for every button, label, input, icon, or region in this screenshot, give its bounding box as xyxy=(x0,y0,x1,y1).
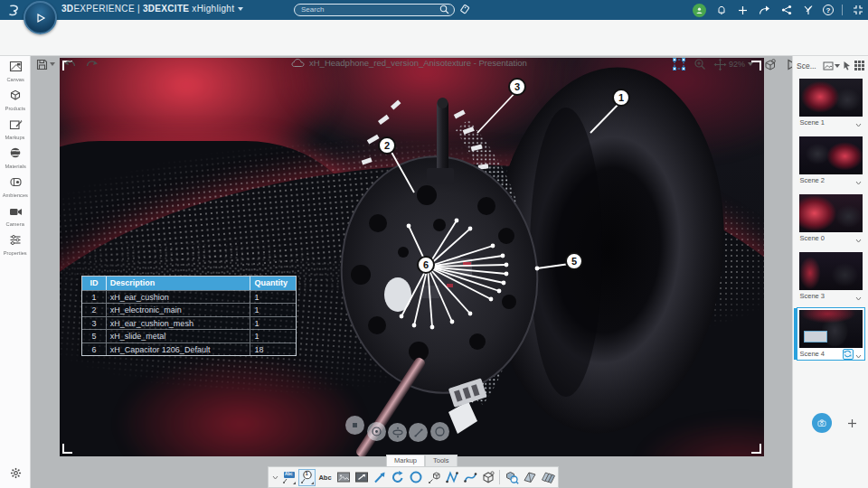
bom-cell: 1 xyxy=(82,291,107,303)
callout-balloon-1[interactable]: 1 xyxy=(612,89,630,107)
scene-card[interactable]: Scene 0 xyxy=(797,192,865,245)
sidebar-item-canvas[interactable]: Canvas xyxy=(0,56,31,85)
tool-image[interactable] xyxy=(335,469,352,486)
app-name[interactable]: xHighlight xyxy=(192,4,234,14)
bom-cell: 3 xyxy=(82,317,107,329)
sidebar-item-materials[interactable]: Materials xyxy=(0,143,31,172)
sidebar-item-products[interactable]: Products xyxy=(0,85,31,114)
scene-card[interactable]: Scene 3 xyxy=(797,249,865,303)
scene-card[interactable]: Scene 4 xyxy=(797,307,865,361)
ghost-line-button[interactable] xyxy=(409,423,428,442)
zoom-button[interactable] xyxy=(692,56,708,72)
ghost-target-button[interactable] xyxy=(367,422,386,441)
tool-spline[interactable] xyxy=(461,469,478,486)
scene-options-chevron[interactable] xyxy=(855,173,862,189)
tool-multi-section[interactable] xyxy=(539,469,556,486)
help-icon[interactable]: ? xyxy=(823,5,834,15)
document-title: xH_Headphone_red_version_Anisotexture - … xyxy=(309,58,527,68)
search-bar[interactable] xyxy=(294,4,455,16)
scene-thumbnail[interactable] xyxy=(799,136,863,174)
undo-button[interactable] xyxy=(61,56,78,72)
tool-text-label: Abc xyxy=(318,474,331,482)
tool-circle-arrow[interactable] xyxy=(389,469,406,486)
scene-thumbnail[interactable] xyxy=(799,252,863,290)
view-cube-button[interactable] xyxy=(761,56,778,72)
flyout-indicator xyxy=(311,482,314,484)
callout-balloon-2[interactable]: 2 xyxy=(378,136,396,155)
bell-icon[interactable] xyxy=(714,4,728,17)
bom-cell: 1 xyxy=(250,304,296,315)
scene-sync-icon[interactable] xyxy=(843,349,854,360)
3ds-logo-icon xyxy=(6,2,23,22)
save-button[interactable] xyxy=(34,56,56,72)
tool-zoom-selection[interactable] xyxy=(503,469,520,486)
bom-table-row: 3xH_ear_cushion_mesh1 xyxy=(82,316,296,329)
tag-icon[interactable] xyxy=(458,3,472,17)
ghost-circle-button[interactable] xyxy=(430,422,449,441)
tool-note-callout[interactable]: Abc xyxy=(280,469,297,486)
add-scene-button[interactable] xyxy=(845,417,858,429)
headphone-exploded-view xyxy=(60,58,764,456)
compass-icon[interactable] xyxy=(24,1,57,34)
ghost-marker-button[interactable] xyxy=(345,416,364,435)
scene-thumbnail[interactable] xyxy=(799,310,863,348)
callout-balloon-6[interactable]: 6 xyxy=(417,256,435,274)
scene-options-chevron[interactable] xyxy=(855,115,862,131)
tool-cube[interactable] xyxy=(479,469,496,486)
bom-table[interactable]: IDDescriptionQuantity 1xH_ear_cushion12x… xyxy=(81,276,297,356)
search-input[interactable] xyxy=(299,5,439,14)
save-dropdown-caret[interactable] xyxy=(50,62,55,66)
scene-grid-view-icon[interactable] xyxy=(854,58,864,74)
left-sidebar: CanvasProductsMarkupsMaterialsAmbiencesC… xyxy=(0,56,31,488)
chevron-down-icon[interactable] xyxy=(238,7,243,11)
sidebar-item-properties[interactable]: Properties xyxy=(0,230,31,258)
search-icon[interactable] xyxy=(439,5,449,14)
tab-markup[interactable]: Markup xyxy=(386,455,425,466)
tool-circle[interactable] xyxy=(407,469,424,486)
settings-gear-icon[interactable] xyxy=(7,465,24,481)
scene-image-dropdown-icon[interactable] xyxy=(823,61,840,70)
top-bar: 3DEXPERIENCE | 3DEXCITE xHighlight xyxy=(0,0,868,20)
scene-cursor-icon[interactable] xyxy=(843,58,852,74)
tool-section-plane[interactable] xyxy=(521,469,538,486)
share-forward-icon[interactable] xyxy=(758,4,771,17)
tool-arrow[interactable] xyxy=(371,469,388,486)
callout-balloon-5[interactable]: 5 xyxy=(565,252,583,270)
scene-options-chevron[interactable] xyxy=(855,346,862,362)
sidebar-item-camera[interactable]: Camera xyxy=(0,201,31,230)
zoom-level-dropdown[interactable]: 92% xyxy=(729,60,753,69)
collapse-toolbar-chevron[interactable] xyxy=(270,475,279,480)
scene-options-chevron[interactable] xyxy=(855,230,862,247)
sidebar-item-ambiences[interactable]: Ambiences xyxy=(0,172,31,201)
sidebar-item-markups[interactable]: Markups xyxy=(0,114,31,143)
canvas-corner-marker xyxy=(62,444,72,454)
add-icon[interactable] xyxy=(736,4,750,17)
tool-box-callout[interactable] xyxy=(425,469,442,486)
tool-picture-note[interactable] xyxy=(353,469,370,486)
scene-thumbnail[interactable] xyxy=(799,79,863,117)
frame-select-button[interactable] xyxy=(671,56,687,72)
tab-tools[interactable]: Tools xyxy=(425,455,458,466)
share-network-icon[interactable] xyxy=(779,4,793,17)
media-icon[interactable] xyxy=(801,4,815,17)
scene-options-chevron[interactable] xyxy=(855,288,862,305)
fullscreen-icon[interactable] xyxy=(851,4,864,17)
document-title-area: xH_Headphone_red_version_Anisotexture - … xyxy=(291,58,527,68)
pan-button[interactable] xyxy=(712,56,728,72)
callout-balloon-3[interactable]: 3 xyxy=(508,78,526,96)
redo-button[interactable] xyxy=(83,56,99,72)
scene-card[interactable]: Scene 1 xyxy=(797,76,865,129)
document-toolbar: xH_Headphone_red_version_Anisotexture - … xyxy=(0,20,868,56)
sidebar-item-label: Markups xyxy=(5,135,25,140)
scene-thumbnail[interactable] xyxy=(799,194,863,232)
ghost-ellipse-button[interactable] xyxy=(388,423,407,442)
tool-number-callout[interactable]: 1 xyxy=(298,469,316,486)
tool-polyline[interactable] xyxy=(443,469,460,486)
3d-viewport[interactable]: IDDescriptionQuantity 1xH_ear_cushion12x… xyxy=(60,58,764,456)
help-glyph: ? xyxy=(826,6,831,14)
user-avatar[interactable] xyxy=(693,4,706,17)
tool-text[interactable]: Abc xyxy=(316,469,334,486)
bom-cell: 1 xyxy=(250,317,296,329)
capture-scene-button[interactable] xyxy=(812,413,832,433)
scene-card[interactable]: Scene 2 xyxy=(797,134,865,187)
